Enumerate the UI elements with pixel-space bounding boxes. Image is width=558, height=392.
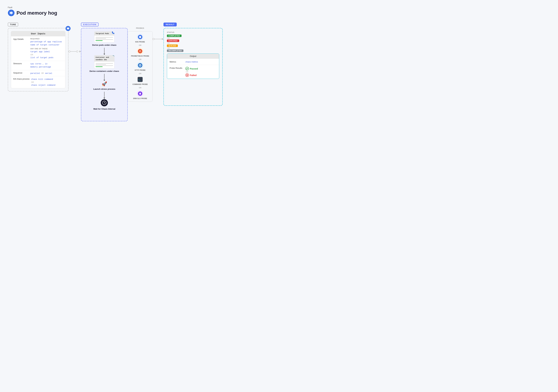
chaos-kill-cmd: chaos kill command — [31, 78, 63, 81]
derive-containers-label: Derive containers under chaos — [89, 70, 119, 73]
result-badge: RESULT — [164, 23, 177, 26]
svg-point-21 — [140, 93, 141, 94]
failed-label: Failed — [190, 74, 196, 76]
sequence-label: Sequence — [13, 72, 29, 75]
output-header: Output — [167, 54, 219, 59]
card-line-3 — [96, 39, 113, 40]
passed-icon — [185, 67, 189, 70]
http-probe-label: HTTP PROBE — [135, 69, 145, 71]
app-details-content: REQUIRED percentage of app replicas name… — [30, 38, 63, 59]
prometheus-probe-item: PROMETHEUS PROBE — [131, 48, 149, 57]
sequence-row: Sequence parallel OR serial — [11, 70, 65, 76]
app-details-row: App Details REQUIRED percentage of app r… — [11, 36, 65, 61]
target-container: name of target container — [30, 43, 63, 47]
probe-box: K8S PROBE OR PROMETHEUS PROBE OR — [128, 31, 153, 102]
incompleted-badge: INCOMPLETED — [167, 50, 183, 52]
srm-probe-label: SRM SLO PROBE — [133, 98, 147, 99]
tune-badge: TUNE — [8, 23, 18, 26]
targeted-pods-body — [94, 36, 114, 42]
command-probe-item: >_ COMMAND PROBE — [132, 76, 148, 85]
arrow-circle-right — [76, 50, 78, 52]
sequence-content: parallel OR serial — [30, 72, 63, 75]
status-badges-column: COMPLETED OR ERRORED OR QUEUED OR — [167, 34, 219, 52]
page-title: Pod memory hog — [17, 10, 57, 16]
result-or-3: OR — [167, 47, 170, 49]
targeted-pods-header: Targeted Pods — [94, 32, 114, 36]
launch-stress-label: Launch stress process — [93, 88, 115, 91]
status-completed: COMPLETED — [167, 34, 219, 37]
probes-to-result-arrow — [153, 23, 164, 40]
status-incompleted: INCOMPLETED — [167, 50, 219, 52]
k8s-probe-icon — [137, 33, 144, 41]
http-probe-item: HTTP PROBE — [135, 62, 145, 71]
user-inputs-header: User Inputs — [11, 31, 65, 36]
status-or-2: OR — [167, 42, 219, 44]
stress-icon: 🚀 — [102, 81, 107, 86]
exec-step-1: Targeted Pods Derive pods under chaos — [85, 31, 124, 47]
target-app-label: target app label — [30, 50, 63, 53]
container-sandbox-card: Container and sandbox IDs 🔧 — [94, 55, 114, 69]
result-box: STATUS COMPLETED OR ERRORED OR QUEUED — [164, 28, 223, 106]
arrow-head — [79, 50, 81, 52]
card-line-green — [96, 40, 103, 41]
kill-chaos-row: Kill chaos process chaos kill command OR… — [11, 76, 65, 88]
failed-result: Failed — [185, 73, 198, 77]
card-k8s-icon — [112, 31, 114, 34]
card-line-2 — [96, 38, 106, 39]
percentage-replicas: percentage of app replicas — [30, 40, 63, 43]
svg-point-1 — [11, 12, 12, 14]
metrics-label: Metrics — [170, 61, 183, 63]
tune-section: TUNE User Inputs App Details REQUIRED pe… — [8, 23, 69, 92]
metrics-row: Metrics chaos metrics — [167, 59, 219, 65]
probe-or-3: OR — [139, 73, 141, 75]
or-1: OR — [30, 54, 63, 56]
app-details-label: App Details — [13, 38, 29, 59]
probe-or-1: OR — [139, 44, 141, 46]
parallel-serial: parallel OR serial — [30, 72, 52, 75]
probe-results-values: Passed OR Failed — [185, 67, 198, 77]
svg-point-5 — [113, 32, 114, 33]
exec-step-2: Container and sandbox IDs 🔧 Derive conta… — [85, 55, 124, 73]
status-or-1: OR — [167, 37, 219, 39]
result-section: RESULT STATUS COMPLETED OR ERRORED OR QU… — [164, 23, 223, 106]
prometheus-probe-label: PROMETHEUS PROBE — [131, 55, 149, 57]
execution-section: EXECUTION Targeted Pods — [81, 23, 128, 121]
result-or-1: OR — [167, 37, 170, 39]
fault-label: Fault — [8, 6, 550, 8]
kill-chaos-label: Kill chaos process — [13, 78, 30, 87]
k8s-probe-label: K8S PROBE — [135, 41, 145, 43]
probes-section: PROBES K8S PROBE OR — [128, 23, 153, 102]
errored-badge: ERRORED — [167, 40, 179, 42]
kill-chaos-content: chaos kill command OR chaos inject comma… — [31, 78, 63, 87]
tune-to-execution-arrow — [69, 23, 81, 52]
exec-step-3: 🚀 Launch stress process — [85, 81, 124, 91]
container-sandbox-body — [94, 62, 114, 68]
status-queued: QUEUED — [167, 44, 219, 47]
exec-step-4: Wait for Chaos Interval — [85, 99, 124, 110]
arrow-down-2 — [104, 74, 105, 80]
probe-or-2: OR — [139, 58, 141, 60]
srm-probe-item: SRM SLO PROBE — [133, 90, 147, 99]
any-one-label: ANY ONE OF THESE — [30, 48, 63, 50]
command-probe-label: COMMAND PROBE — [132, 83, 148, 85]
execution-badge: EXECUTION — [81, 23, 99, 26]
arrow-down-3 — [104, 92, 105, 98]
probe-or-label: OR — [186, 71, 198, 73]
probe-results-label: Probe Results — [170, 67, 183, 69]
stressors-content: cpu cores , io memory percentage — [30, 62, 63, 68]
memory-percentage: memory percentage — [30, 66, 63, 69]
svg-point-22 — [186, 67, 189, 70]
command-probe-icon: >_ — [137, 76, 144, 83]
clock-icon — [102, 100, 106, 105]
status-section-label: STATUS — [167, 31, 219, 33]
card2-line-2 — [96, 64, 106, 65]
http-probe-icon — [137, 62, 144, 69]
svg-line-8 — [104, 103, 105, 103]
tune-box: User Inputs App Details REQUIRED percent… — [8, 28, 69, 92]
card2-line-3 — [96, 65, 113, 66]
metrics-value: chaos metrics — [185, 61, 198, 63]
or-kill: OR — [31, 81, 63, 83]
prometheus-probe-icon — [137, 48, 144, 55]
cpu-cores: cpu cores , io — [30, 62, 63, 66]
queued-badge: QUEUED — [167, 44, 178, 47]
